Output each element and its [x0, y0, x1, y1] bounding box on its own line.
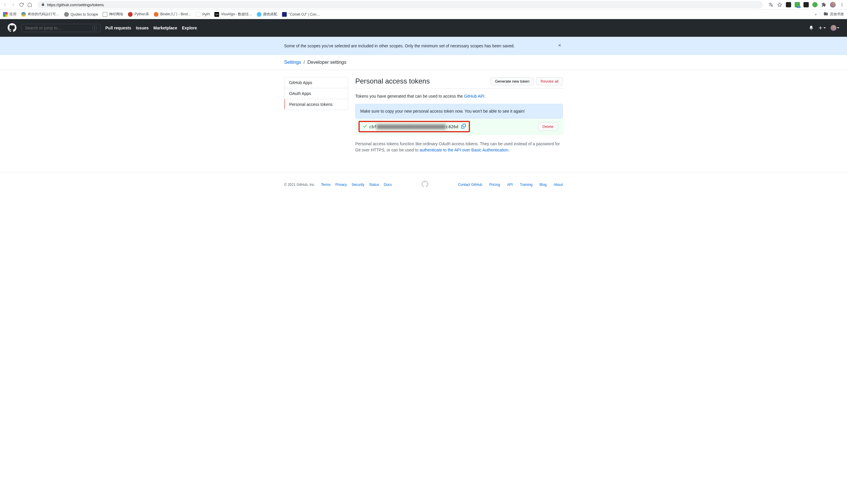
browser-toolbar: https://github.com/settings/tokens ON [0, 0, 847, 10]
sidebar-item-github-apps[interactable]: GitHub Apps [284, 77, 348, 88]
create-new-dropdown[interactable] [818, 25, 826, 30]
generate-token-button[interactable]: Generate new token [490, 77, 534, 85]
nav-issues[interactable]: Issues [136, 25, 149, 30]
user-menu[interactable] [831, 25, 839, 31]
svg-point-1 [842, 3, 843, 4]
revoke-all-button[interactable]: Revoke all [536, 77, 563, 85]
nav-explore[interactable]: Explore [182, 25, 197, 30]
toolbar-actions: ON [768, 2, 845, 8]
basic-auth-link[interactable]: authenticate to the API over Basic Authe… [420, 148, 508, 152]
bookmark-1[interactable]: Quotes to Scrape [64, 12, 98, 17]
apps-button[interactable]: 应用 [3, 12, 16, 17]
check-icon [363, 124, 367, 129]
search-input[interactable] [25, 25, 92, 30]
forward-button[interactable] [11, 2, 16, 7]
primary-nav: Pull requests Issues Marketplace Explore [105, 25, 197, 30]
token-row: cbf████████████████████████████c826d Del… [355, 119, 563, 135]
bookmark-3[interactable]: Python库 [128, 12, 149, 17]
footer-left: © 2021 GitHub, Inc. Terms Privacy Securi… [284, 183, 392, 187]
breadcrumb: Settings / Developer settings [280, 55, 567, 70]
breadcrumb-current: Developer settings [307, 60, 346, 65]
footer-pricing[interactable]: Pricing [489, 183, 500, 187]
header-actions [809, 25, 839, 31]
profile-avatar[interactable] [830, 2, 836, 8]
extension-icon-4[interactable] [812, 2, 817, 7]
folder-icon [824, 12, 828, 17]
extension-icon-1[interactable] [786, 2, 791, 7]
sidebar-item-oauth-apps[interactable]: OAuth Apps [284, 88, 348, 99]
main-container: GitHub Apps OAuth Apps Personal access t… [280, 70, 567, 160]
flash-banner: Some of the scopes you've selected are i… [0, 37, 847, 55]
footer: © 2021 GitHub, Inc. Terms Privacy Securi… [280, 172, 567, 197]
token-highlight: cbf████████████████████████████c826d [359, 121, 470, 132]
nav-marketplace[interactable]: Marketplace [154, 25, 177, 30]
site-icon [128, 12, 133, 17]
bookmark-4[interactable]: Binder入门 - Bind… [154, 12, 191, 17]
page-title: Personal access tokens [355, 77, 490, 85]
pypi-icon [196, 12, 201, 17]
sidebar-item-tokens[interactable]: Personal access tokens [284, 99, 348, 110]
close-icon[interactable] [556, 42, 563, 49]
bookmark-0[interactable]: 将你的代码运行可… [21, 12, 59, 17]
bookmark-7[interactable]: 颜色搭配 [257, 12, 277, 17]
footer-right: Contact GitHub Pricing API Training Blog… [458, 183, 563, 187]
footer-terms[interactable]: Terms [321, 183, 331, 187]
bookmark-8[interactable]: "Comet OJ" | Con… [282, 12, 320, 17]
other-bookmarks[interactable]: 其他书签 [824, 12, 844, 17]
github-api-link[interactable]: GitHub API [464, 94, 484, 98]
extension-icon-2[interactable]: ON [795, 2, 800, 7]
site-icon [103, 12, 107, 17]
url-bar[interactable]: https://github.com/settings/tokens [38, 1, 763, 8]
footer-training[interactable]: Training [520, 183, 533, 187]
footer-wrap: © 2021 GitHub, Inc. Terms Privacy Securi… [0, 172, 847, 197]
footer-docs[interactable]: Docs [384, 183, 392, 187]
apps-label: 应用 [10, 12, 16, 17]
copyright: © 2021 GitHub, Inc. [284, 183, 315, 187]
reload-button[interactable] [19, 2, 24, 7]
svg-marker-0 [778, 3, 781, 6]
globe-icon [64, 12, 69, 17]
search-box[interactable]: / [21, 24, 101, 32]
star-icon[interactable] [777, 2, 782, 7]
footer-blog[interactable]: Blog [540, 183, 547, 187]
home-button[interactable] [27, 2, 32, 7]
footer-about[interactable]: About [554, 183, 563, 187]
extension-icon-3[interactable] [804, 2, 809, 7]
page-actions: Generate new token Revoke all [490, 77, 563, 85]
svg-point-2 [842, 4, 843, 5]
site-icon [257, 12, 262, 17]
python-icon [21, 12, 26, 17]
footer-status[interactable]: Status [369, 183, 379, 187]
extensions-icon[interactable] [821, 2, 826, 7]
lock-icon [41, 2, 45, 7]
bookmarks-bar: 应用 将你的代码运行可… Quotes to Scrape 神经网络 Pytho… [0, 10, 847, 19]
footer-github-logo[interactable] [421, 181, 429, 188]
breadcrumb-separator: / [304, 60, 305, 65]
copy-warning-box: Make sure to copy your new personal acce… [355, 104, 563, 119]
copy-icon[interactable] [461, 124, 466, 129]
site-icon [282, 12, 287, 17]
footer-api[interactable]: API [507, 183, 512, 187]
menu-icon[interactable] [839, 2, 845, 7]
footer-privacy[interactable]: Privacy [335, 183, 347, 187]
notifications-icon[interactable] [809, 25, 813, 31]
bookmarks-overflow[interactable]: » [815, 12, 817, 16]
github-logo[interactable] [8, 23, 16, 33]
translate-icon[interactable] [768, 2, 774, 7]
breadcrumb-settings[interactable]: Settings [284, 60, 301, 65]
intro-text: Tokens you have generated that can be us… [355, 94, 563, 98]
footer-contact[interactable]: Contact GitHub [458, 183, 482, 187]
slash-hint: / [92, 25, 97, 30]
back-button[interactable] [2, 2, 8, 7]
binder-icon [154, 12, 159, 17]
bookmark-2[interactable]: 神经网络 [103, 12, 123, 17]
url-text: https://github.com/settings/tokens [47, 3, 759, 7]
bookmark-6[interactable]: VAVisuAlgo - 数据结… [214, 12, 252, 17]
github-header: / Pull requests Issues Marketplace Explo… [0, 19, 847, 37]
footer-security[interactable]: Security [352, 183, 364, 187]
token-value: cbf████████████████████████████c826d [369, 124, 458, 129]
visualgo-icon: VA [214, 12, 219, 17]
delete-token-button[interactable]: Delete [538, 123, 558, 130]
bookmark-5[interactable]: PyPI [196, 12, 210, 17]
nav-pull-requests[interactable]: Pull requests [105, 25, 131, 30]
